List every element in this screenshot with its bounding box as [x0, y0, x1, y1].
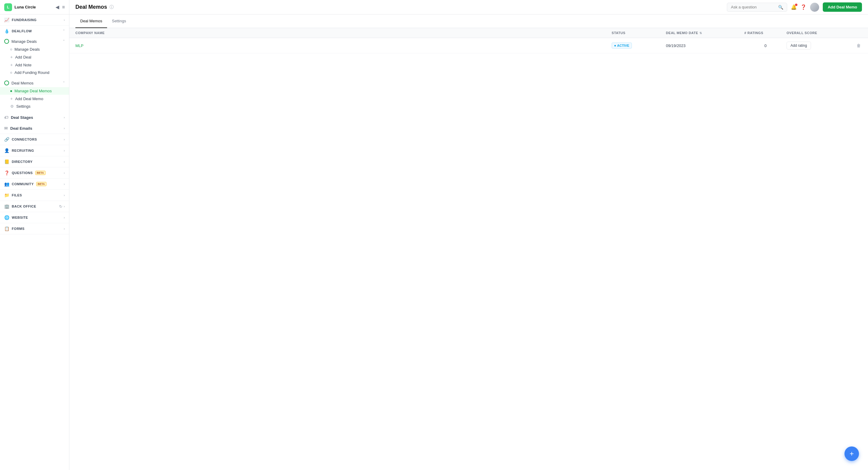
sidebar-item-website[interactable]: 🌐 WEBSITE › [0, 212, 69, 223]
collapse-icon[interactable]: ◀ [56, 4, 59, 10]
sidebar-section-directory: 📒 DIRECTORY › [0, 156, 69, 167]
sidebar-item-directory[interactable]: 📒 DIRECTORY › [0, 156, 69, 167]
sidebar-section-recruiting: 👤 RECRUITING › [0, 145, 69, 156]
sidebar-item-dealflow[interactable]: 💧 DEALFLOW ˅ [0, 26, 69, 36]
recruiting-chevron: › [64, 149, 65, 152]
questions-label: QUESTIONS [12, 171, 33, 175]
recruiting-label: RECRUITING [12, 149, 34, 152]
sidebar-item-add-note[interactable]: + Add Note [0, 61, 69, 69]
sync-icon[interactable]: ↻ [59, 204, 62, 209]
sidebar-section-questions: ❓ QUESTIONS BETA › [0, 167, 69, 179]
forms-icon: 📋 [4, 226, 9, 231]
notifications-button[interactable]: 🔔 [791, 4, 797, 10]
deal-stages-label: Deal Stages [11, 115, 33, 120]
sidebar-item-manage-deal-memos[interactable]: Manage Deal Memos [0, 87, 69, 95]
status-text: ACTIVE [617, 44, 629, 48]
dealflow-icon: 💧 [4, 29, 9, 33]
main-area: Deal Memos ⓘ 🔍 🔔 ❓ Add Deal Memo Deal Me… [69, 0, 868, 470]
page-title-area: Deal Memos ⓘ [75, 4, 114, 10]
back-office-icon: 🏢 [4, 204, 9, 209]
add-deal-memo-label: Add Deal Memo [15, 97, 43, 101]
sidebar-item-deal-emails[interactable]: ✉ Deal Emails › [0, 123, 69, 134]
community-icon: 👥 [4, 182, 9, 186]
user-avatar[interactable] [810, 3, 819, 12]
files-icon: 📁 [4, 193, 9, 197]
search-box[interactable]: 🔍 [727, 3, 787, 12]
sidebar-item-add-deal-memo[interactable]: + Add Deal Memo [0, 95, 69, 102]
sidebar: L Luna Circle ◀ ≡ 📈 FUNDRAISING › 💧 DEAL… [0, 0, 69, 470]
add-deal-memo-button[interactable]: Add Deal Memo [823, 2, 862, 12]
deal-memos-group-icon [4, 81, 9, 85]
sidebar-item-questions[interactable]: ❓ QUESTIONS BETA › [0, 167, 69, 178]
sidebar-item-add-funding-round[interactable]: Add Funding Round [0, 69, 69, 76]
manage-deals-group-header[interactable]: Manage Deals ˅ [0, 37, 69, 45]
deal-memos-group: Deal Memos ˅ Manage Deal Memos + Add Dea… [0, 78, 69, 112]
sidebar-item-community[interactable]: 👥 COMMUNITY BETA › [0, 179, 69, 189]
directory-chevron: › [64, 160, 65, 163]
status-badge: ACTIVE [612, 42, 632, 49]
tab-settings[interactable]: Settings [107, 14, 131, 28]
tab-deal-memos[interactable]: Deal Memos [75, 14, 107, 28]
sidebar-section-dealflow: 💧 DEALFLOW ˅ Manage Deals ˅ Manage Deals… [0, 26, 69, 134]
sidebar-item-files[interactable]: 📁 FILES › [0, 190, 69, 200]
add-rating-button[interactable]: Add rating [786, 42, 811, 50]
page-info-icon[interactable]: ⓘ [110, 4, 114, 10]
deal-memos-group-header[interactable]: Deal Memos ˅ [0, 79, 69, 87]
fundraising-label: FUNDRAISING [12, 18, 36, 22]
col-header-company-name: COMPANY NAME [75, 31, 612, 35]
add-note-plus-icon: + [10, 62, 13, 67]
help-button[interactable]: ❓ [801, 4, 806, 10]
col-header-overall-score: OVERALL SCORE [786, 31, 847, 35]
back-office-label: BACK OFFICE [12, 205, 36, 208]
overall-score-cell: Add rating [786, 42, 847, 50]
sidebar-section-connectors: 🔗 CONNECTORS › [0, 134, 69, 145]
manage-deals-group: Manage Deals ˅ Manage Deals + Add Deal +… [0, 36, 69, 78]
sidebar-item-deal-memos-settings[interactable]: ⚙ Settings [0, 102, 69, 110]
sidebar-item-fundraising[interactable]: 📈 FUNDRAISING › [0, 14, 69, 25]
manage-deals-label: Manage Deals [14, 47, 40, 52]
fab-button[interactable]: + [844, 446, 859, 461]
connectors-icon: 🔗 [4, 137, 9, 142]
sidebar-item-forms[interactable]: 📋 FORMS › [0, 223, 69, 234]
search-input[interactable] [731, 5, 776, 9]
notification-dot [795, 4, 798, 6]
connectors-chevron: › [64, 137, 65, 141]
add-note-label: Add Note [15, 63, 31, 67]
add-funding-round-label: Add Funding Round [14, 70, 50, 75]
company-name-link[interactable]: MLP [75, 43, 84, 48]
table-container: COMPANY NAME STATUS DEAL MEMO DATE ⇅ # R… [69, 28, 868, 53]
sidebar-item-back-office[interactable]: 🏢 BACK OFFICE ↻ › [0, 201, 69, 212]
search-icon: 🔍 [778, 5, 783, 10]
files-chevron: › [64, 193, 65, 197]
community-label: COMMUNITY [12, 182, 34, 186]
sidebar-item-add-deal[interactable]: + Add Deal [0, 53, 69, 61]
files-label: FILES [12, 193, 22, 197]
fundraising-chevron: › [64, 18, 65, 22]
content-area: Deal Memos Settings COMPANY NAME STATUS … [69, 14, 868, 470]
sidebar-section-community: 👥 COMMUNITY BETA › [0, 179, 69, 190]
deal-memos-settings-label: Settings [16, 104, 30, 108]
delete-icon[interactable]: 🗑 [855, 42, 862, 49]
directory-label: DIRECTORY [12, 160, 33, 163]
deal-memos-settings-icon: ⚙ [10, 104, 14, 108]
sidebar-header: L Luna Circle ◀ ≡ [0, 0, 69, 14]
manage-deal-memos-label: Manage Deal Memos [14, 89, 52, 93]
community-beta-badge: BETA [36, 182, 46, 186]
menu-icon[interactable]: ≡ [62, 4, 65, 10]
sidebar-item-manage-deals[interactable]: Manage Deals [0, 45, 69, 53]
logo-area[interactable]: L Luna Circle [4, 3, 36, 11]
questions-chevron: › [64, 171, 65, 175]
col-header-deal-memo-date[interactable]: DEAL MEMO DATE ⇅ [666, 31, 744, 35]
add-deal-plus-icon: + [10, 55, 13, 59]
row-actions: 🗑 [847, 42, 862, 49]
forms-chevron: › [64, 227, 65, 230]
sidebar-item-deal-stages[interactable]: 🏷 Deal Stages › [0, 112, 69, 123]
website-icon: 🌐 [4, 215, 9, 220]
topbar: Deal Memos ⓘ 🔍 🔔 ❓ Add Deal Memo [69, 0, 868, 14]
sidebar-item-recruiting[interactable]: 👤 RECRUITING › [0, 145, 69, 156]
manage-deal-memos-dot [10, 90, 12, 92]
content-inner: Deal Memos Settings COMPANY NAME STATUS … [69, 14, 868, 470]
directory-icon: 📒 [4, 159, 9, 164]
sidebar-item-connectors[interactable]: 🔗 CONNECTORS › [0, 134, 69, 145]
sidebar-section-back-office: 🏢 BACK OFFICE ↻ › [0, 201, 69, 212]
